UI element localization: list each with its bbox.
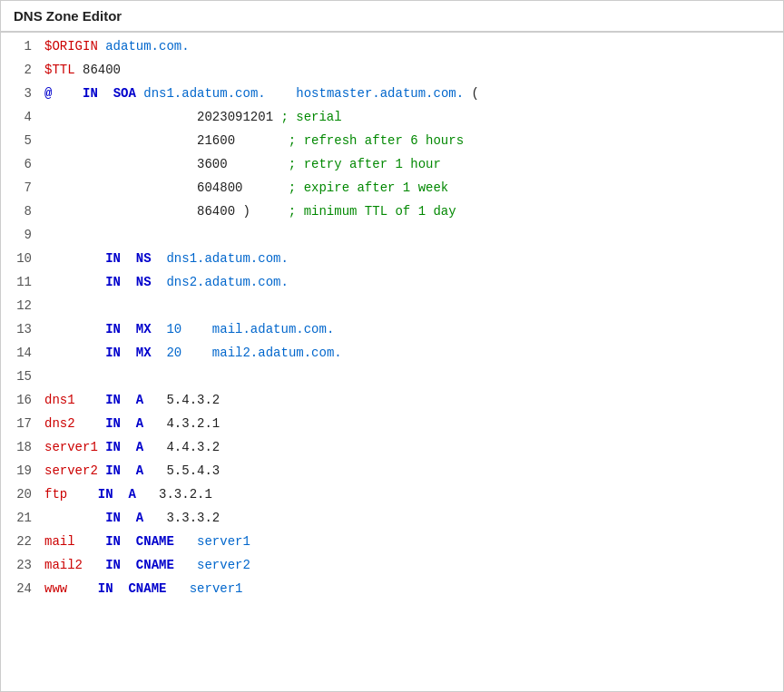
line: 1$ORIGIN adatum.com. (1, 38, 783, 62)
line-content: www IN CNAME server1 (44, 581, 783, 596)
host-token: server1 (44, 440, 98, 454)
text-token (98, 416, 105, 431)
line-number: 19 (1, 463, 44, 478)
text-token (98, 463, 105, 478)
line-number: 3 (1, 86, 44, 101)
text-token: 604800 (44, 180, 289, 195)
text-token (98, 86, 113, 101)
window-title: DNS Zone Editor (14, 8, 122, 24)
text-token: 5.5.4.3 (143, 463, 220, 478)
line: 21 IN A 3.3.3.2 (1, 510, 783, 533)
title-bar: DNS Zone Editor (1, 1, 783, 33)
comment-token: ; serial (280, 110, 341, 124)
line-number: 11 (1, 275, 44, 289)
kw-token: IN (105, 558, 121, 572)
line-content (44, 369, 783, 384)
kw-token: A (128, 487, 135, 502)
line-number: 17 (1, 416, 44, 431)
host-token: dns2 (44, 416, 98, 431)
line: 7 604800 ; expire after 1 week (1, 180, 783, 203)
host-token: dns1 (44, 393, 98, 407)
line: 4 2023091201 ; serial (1, 109, 783, 132)
kw-token: IN (98, 487, 113, 502)
line-number: 4 (1, 110, 44, 124)
kw-token: IN (105, 322, 121, 336)
domain-token: 20 mail2.adatum.com. (152, 346, 342, 360)
line-content: dns2 IN A 4.3.2.1 (44, 416, 783, 431)
text-token (98, 393, 105, 407)
line: 15 (1, 368, 783, 392)
kw-token: MX (136, 322, 152, 336)
line-content: server1 IN A 4.4.3.2 (44, 440, 783, 454)
domain-token: server1 (174, 534, 250, 549)
line-number: 16 (1, 393, 44, 407)
text-token (44, 251, 105, 266)
line-content: mail IN CNAME server1 (44, 534, 783, 549)
text-token (113, 487, 129, 502)
line: 3@ IN SOA dns1.adatum.com. hostmaster.ad… (1, 85, 783, 109)
text-token (44, 275, 105, 289)
text-token (121, 558, 136, 572)
paren-token: ( (464, 86, 479, 101)
line-number: 8 (1, 204, 44, 219)
line: 19server2 IN A 5.5.4.3 (1, 463, 783, 486)
line-content: server2 IN A 5.5.4.3 (44, 463, 783, 478)
line-content: 604800 ; expire after 1 week (44, 180, 783, 195)
line-number: 9 (1, 228, 44, 242)
line: 24www IN CNAME server1 (1, 580, 783, 604)
text-token (121, 251, 136, 266)
line: 2$TTL 86400 (1, 62, 783, 85)
line-number: 24 (1, 581, 44, 596)
line-content: $ORIGIN adatum.com. (44, 39, 783, 54)
directive-token: $ORIGIN (44, 39, 98, 54)
kw-token: IN (105, 346, 121, 360)
line: 12 (1, 297, 783, 321)
domain-token: 10 mail.adatum.com. (152, 322, 335, 336)
kw-token: CNAME (136, 558, 174, 572)
kw-token: IN (105, 416, 121, 431)
kw-token: IN (98, 581, 113, 596)
line-content: 86400 ) ; minimum TTL of 1 day (44, 204, 783, 219)
kw-token: IN (105, 251, 121, 266)
editor-area[interactable]: 1$ORIGIN adatum.com.2$TTL 864003@ IN SOA… (1, 33, 783, 609)
kw-token: IN (105, 534, 121, 549)
line: 10 IN NS dns1.adatum.com. (1, 250, 783, 274)
kw-token: A (136, 440, 143, 454)
host-token: server2 (44, 463, 98, 478)
line-number: 6 (1, 157, 44, 171)
text-token: 21600 (44, 133, 289, 148)
domain-token: adatum.com. (98, 39, 190, 54)
line-content: dns1 IN A 5.4.3.2 (44, 393, 783, 407)
line-number: 18 (1, 440, 44, 454)
host-token: mail2 (44, 558, 98, 572)
kw-token: IN (105, 393, 121, 407)
text-token: 86400 ) (44, 204, 289, 219)
text-token: 3.3.3.2 (143, 511, 220, 525)
line-number: 21 (1, 511, 44, 525)
line: 5 21600 ; refresh after 6 hours (1, 132, 783, 156)
text-token: 4.4.3.2 (143, 440, 220, 454)
kw-token: IN (105, 275, 121, 289)
domain-token: dns1.adatum.com. (152, 251, 289, 266)
kw-token: IN (83, 86, 98, 101)
text-token: 3.3.2.1 (136, 487, 212, 502)
text-token (67, 581, 98, 596)
line: 14 IN MX 20 mail2.adatum.com. (1, 345, 783, 368)
line: 9 (1, 227, 783, 250)
comment-token: ; expire after 1 week (289, 180, 448, 195)
line: 20ftp IN A 3.3.2.1 (1, 486, 783, 510)
line: 23mail2 IN CNAME server2 (1, 557, 783, 580)
line-number: 15 (1, 369, 44, 384)
line-number: 20 (1, 487, 44, 502)
line-number: 10 (1, 251, 44, 266)
line: 13 IN MX 10 mail.adatum.com. (1, 321, 783, 345)
line-number: 22 (1, 534, 44, 549)
line-number: 12 (1, 298, 44, 313)
line-content: mail2 IN CNAME server2 (44, 558, 783, 572)
line-number: 14 (1, 346, 44, 360)
text-token (67, 487, 98, 502)
line-content: 3600 ; retry after 1 hour (44, 157, 783, 171)
text-token (121, 416, 136, 431)
domain-token: dns2.adatum.com. (152, 275, 289, 289)
line-content: IN MX 20 mail2.adatum.com. (44, 346, 783, 360)
